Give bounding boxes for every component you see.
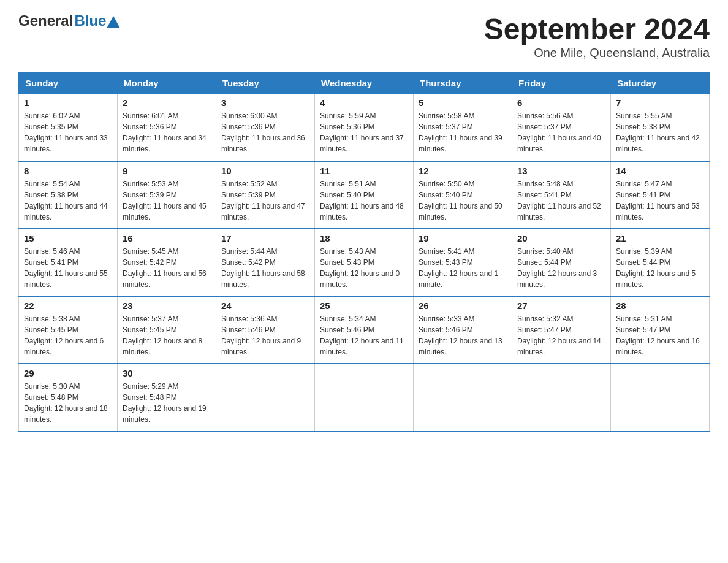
day-number: 4 — [320, 98, 408, 108]
day-number: 17 — [221, 233, 309, 243]
day-number: 14 — [616, 166, 704, 176]
day-number: 16 — [123, 233, 211, 243]
day-number: 27 — [517, 301, 605, 311]
calendar-day-cell: 16 Sunrise: 5:45 AM Sunset: 5:42 PM Dayl… — [118, 229, 216, 296]
calendar-day-cell: 11 Sunrise: 5:51 AM Sunset: 5:40 PM Dayl… — [315, 161, 414, 229]
logo-arrow-icon — [107, 16, 120, 28]
col-friday: Friday — [512, 73, 611, 94]
calendar-table: Sunday Monday Tuesday Wednesday Thursday… — [18, 72, 710, 432]
calendar-title: September 2024 — [484, 12, 710, 46]
day-info: Sunrise: 6:01 AM Sunset: 5:36 PM Dayligh… — [123, 110, 211, 155]
day-info: Sunrise: 5:44 AM Sunset: 5:42 PM Dayligh… — [221, 246, 309, 290]
calendar-day-cell: 5 Sunrise: 5:58 AM Sunset: 5:37 PM Dayli… — [414, 94, 512, 161]
day-info: Sunrise: 5:38 AM Sunset: 5:45 PM Dayligh… — [24, 313, 112, 358]
calendar-day-cell: 9 Sunrise: 5:53 AM Sunset: 5:39 PM Dayli… — [118, 161, 216, 229]
day-info: Sunrise: 5:53 AM Sunset: 5:39 PM Dayligh… — [123, 178, 211, 223]
calendar-day-cell: 1 Sunrise: 6:02 AM Sunset: 5:35 PM Dayli… — [19, 94, 118, 161]
day-info: Sunrise: 5:54 AM Sunset: 5:38 PM Dayligh… — [24, 178, 112, 223]
day-number: 1 — [24, 98, 112, 108]
day-info: Sunrise: 5:39 AM Sunset: 5:44 PM Dayligh… — [616, 246, 704, 290]
calendar-day-cell — [512, 364, 611, 431]
calendar-day-cell: 13 Sunrise: 5:48 AM Sunset: 5:41 PM Dayl… — [512, 161, 611, 229]
col-sunday: Sunday — [19, 73, 118, 94]
calendar-day-cell: 14 Sunrise: 5:47 AM Sunset: 5:41 PM Dayl… — [611, 161, 710, 229]
day-info: Sunrise: 5:56 AM Sunset: 5:37 PM Dayligh… — [517, 110, 605, 155]
day-number: 9 — [123, 166, 211, 176]
calendar-day-cell — [414, 364, 512, 431]
calendar-day-cell: 2 Sunrise: 6:01 AM Sunset: 5:36 PM Dayli… — [118, 94, 216, 161]
day-number: 3 — [221, 98, 309, 108]
calendar-day-cell: 24 Sunrise: 5:36 AM Sunset: 5:46 PM Dayl… — [216, 296, 315, 364]
calendar-subtitle: One Mile, Queensland, Australia — [484, 46, 710, 60]
col-monday: Monday — [118, 73, 216, 94]
day-info: Sunrise: 5:34 AM Sunset: 5:46 PM Dayligh… — [320, 313, 408, 358]
day-number: 21 — [616, 233, 704, 243]
day-number: 15 — [24, 233, 112, 243]
day-info: Sunrise: 5:37 AM Sunset: 5:45 PM Dayligh… — [123, 313, 211, 358]
calendar-day-cell: 10 Sunrise: 5:52 AM Sunset: 5:39 PM Dayl… — [216, 161, 315, 229]
day-number: 24 — [221, 301, 309, 311]
calendar-day-cell — [611, 364, 710, 431]
day-info: Sunrise: 5:32 AM Sunset: 5:47 PM Dayligh… — [517, 313, 605, 358]
calendar-day-cell: 21 Sunrise: 5:39 AM Sunset: 5:44 PM Dayl… — [611, 229, 710, 296]
calendar-week-row: 8 Sunrise: 5:54 AM Sunset: 5:38 PM Dayli… — [19, 161, 710, 229]
calendar-day-cell: 18 Sunrise: 5:43 AM Sunset: 5:43 PM Dayl… — [315, 229, 414, 296]
calendar-day-cell: 15 Sunrise: 5:46 AM Sunset: 5:41 PM Dayl… — [19, 229, 118, 296]
day-number: 19 — [419, 233, 507, 243]
day-info: Sunrise: 5:43 AM Sunset: 5:43 PM Dayligh… — [320, 246, 408, 290]
calendar-day-cell: 17 Sunrise: 5:44 AM Sunset: 5:42 PM Dayl… — [216, 229, 315, 296]
day-number: 28 — [616, 301, 704, 311]
day-number: 26 — [419, 301, 507, 311]
day-number: 2 — [123, 98, 211, 108]
day-info: Sunrise: 5:41 AM Sunset: 5:43 PM Dayligh… — [419, 246, 507, 290]
calendar-day-cell: 22 Sunrise: 5:38 AM Sunset: 5:45 PM Dayl… — [19, 296, 118, 364]
day-info: Sunrise: 5:31 AM Sunset: 5:47 PM Dayligh… — [616, 313, 704, 358]
calendar-day-cell: 25 Sunrise: 5:34 AM Sunset: 5:46 PM Dayl… — [315, 296, 414, 364]
calendar-day-cell: 19 Sunrise: 5:41 AM Sunset: 5:43 PM Dayl… — [414, 229, 512, 296]
day-number: 29 — [24, 368, 112, 378]
logo: General Blue — [18, 12, 120, 29]
calendar-day-cell: 30 Sunrise: 5:29 AM Sunset: 5:48 PM Dayl… — [118, 364, 216, 431]
day-info: Sunrise: 5:58 AM Sunset: 5:37 PM Dayligh… — [419, 110, 507, 155]
day-info: Sunrise: 5:50 AM Sunset: 5:40 PM Dayligh… — [419, 178, 507, 223]
logo-blue-text: Blue — [74, 12, 106, 29]
calendar-day-cell: 7 Sunrise: 5:55 AM Sunset: 5:38 PM Dayli… — [611, 94, 710, 161]
col-tuesday: Tuesday — [216, 73, 315, 94]
calendar-day-cell: 27 Sunrise: 5:32 AM Sunset: 5:47 PM Dayl… — [512, 296, 611, 364]
day-info: Sunrise: 5:30 AM Sunset: 5:48 PM Dayligh… — [24, 381, 112, 425]
day-number: 25 — [320, 301, 408, 311]
day-number: 6 — [517, 98, 605, 108]
day-info: Sunrise: 5:48 AM Sunset: 5:41 PM Dayligh… — [517, 178, 605, 223]
day-info: Sunrise: 6:00 AM Sunset: 5:36 PM Dayligh… — [221, 110, 309, 155]
calendar-day-cell: 3 Sunrise: 6:00 AM Sunset: 5:36 PM Dayli… — [216, 94, 315, 161]
day-number: 23 — [123, 301, 211, 311]
day-info: Sunrise: 6:02 AM Sunset: 5:35 PM Dayligh… — [24, 110, 112, 155]
day-number: 20 — [517, 233, 605, 243]
calendar-day-cell — [315, 364, 414, 431]
calendar-day-cell: 20 Sunrise: 5:40 AM Sunset: 5:44 PM Dayl… — [512, 229, 611, 296]
day-info: Sunrise: 5:29 AM Sunset: 5:48 PM Dayligh… — [123, 381, 211, 425]
day-number: 12 — [419, 166, 507, 176]
calendar-day-cell: 4 Sunrise: 5:59 AM Sunset: 5:36 PM Dayli… — [315, 94, 414, 161]
day-number: 11 — [320, 166, 408, 176]
calendar-week-row: 1 Sunrise: 6:02 AM Sunset: 5:35 PM Dayli… — [19, 94, 710, 161]
day-number: 22 — [24, 301, 112, 311]
day-number: 18 — [320, 233, 408, 243]
day-info: Sunrise: 5:36 AM Sunset: 5:46 PM Dayligh… — [221, 313, 309, 358]
calendar-day-cell: 6 Sunrise: 5:56 AM Sunset: 5:37 PM Dayli… — [512, 94, 611, 161]
day-info: Sunrise: 5:51 AM Sunset: 5:40 PM Dayligh… — [320, 178, 408, 223]
col-saturday: Saturday — [611, 73, 710, 94]
header: General Blue September 2024 One Mile, Qu… — [18, 12, 710, 60]
day-info: Sunrise: 5:52 AM Sunset: 5:39 PM Dayligh… — [221, 178, 309, 223]
logo-general-text: General — [18, 12, 73, 29]
calendar-day-cell: 29 Sunrise: 5:30 AM Sunset: 5:48 PM Dayl… — [19, 364, 118, 431]
calendar-week-row: 22 Sunrise: 5:38 AM Sunset: 5:45 PM Dayl… — [19, 296, 710, 364]
day-info: Sunrise: 5:55 AM Sunset: 5:38 PM Dayligh… — [616, 110, 704, 155]
col-thursday: Thursday — [414, 73, 512, 94]
calendar-day-cell: 28 Sunrise: 5:31 AM Sunset: 5:47 PM Dayl… — [611, 296, 710, 364]
header-row: Sunday Monday Tuesday Wednesday Thursday… — [19, 73, 710, 94]
calendar-day-cell — [216, 364, 315, 431]
calendar-week-row: 29 Sunrise: 5:30 AM Sunset: 5:48 PM Dayl… — [19, 364, 710, 431]
day-info: Sunrise: 5:47 AM Sunset: 5:41 PM Dayligh… — [616, 178, 704, 223]
day-number: 7 — [616, 98, 704, 108]
